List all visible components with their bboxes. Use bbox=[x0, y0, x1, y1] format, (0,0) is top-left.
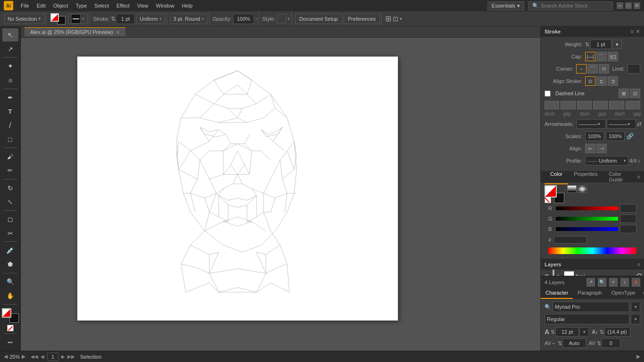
menu-window[interactable]: Window bbox=[153, 2, 177, 9]
r-slider[interactable] bbox=[556, 206, 618, 210]
align-center-button[interactable]: ⊡ bbox=[585, 76, 595, 86]
stroke-panel-expand[interactable]: ≡ bbox=[630, 28, 634, 35]
color-tab-properties[interactable]: Properties bbox=[568, 169, 603, 184]
hand-tool[interactable]: ✋ bbox=[2, 289, 18, 302]
layer-vis-final[interactable]: 👁 bbox=[543, 272, 551, 276]
opacity-input[interactable]: 100% bbox=[233, 14, 254, 24]
gap-field-2[interactable] bbox=[593, 101, 608, 109]
align-outside-button[interactable]: ⊐ bbox=[608, 76, 618, 86]
leading-input[interactable]: (14,4 pt) bbox=[604, 327, 630, 337]
tool-fill-swatch[interactable] bbox=[2, 308, 11, 318]
close-button[interactable]: ✕ bbox=[634, 2, 640, 9]
document-setup-button[interactable]: Document Setup bbox=[295, 14, 342, 24]
style-preview[interactable] bbox=[277, 14, 286, 24]
search-stock-input[interactable]: 🔍 Search Adobe Stock bbox=[528, 1, 613, 10]
color-panel-header[interactable]: Color Properties Color Guide ≡ bbox=[541, 171, 644, 182]
menu-effect[interactable]: Effect bbox=[114, 2, 132, 9]
b-slider[interactable] bbox=[556, 227, 618, 231]
tracking-stepper[interactable]: ⇅ bbox=[558, 340, 562, 346]
more-options-icon[interactable]: ⊡ bbox=[393, 15, 398, 23]
menu-object[interactable]: Object bbox=[50, 2, 71, 9]
maximize-button[interactable]: □ bbox=[625, 2, 632, 9]
color-panel-menu-icon[interactable]: ≡ bbox=[637, 174, 640, 180]
stroke-panel-header[interactable]: Stroke ≡ ✕ bbox=[541, 26, 644, 37]
minimize-button[interactable]: — bbox=[617, 2, 623, 9]
char-tab-paragraph[interactable]: Paragraph bbox=[573, 288, 606, 299]
font-size-stepper[interactable]: ⇅ bbox=[551, 329, 555, 335]
direct-selection-tool[interactable]: ↗ bbox=[2, 42, 18, 56]
paintbrush-tool[interactable]: 🖌 bbox=[2, 150, 18, 163]
none-color-box[interactable] bbox=[545, 197, 551, 203]
lasso-tool[interactable]: ⌾ bbox=[2, 74, 18, 87]
menu-edit[interactable]: Edit bbox=[34, 2, 49, 9]
page-number-input[interactable]: 1 bbox=[47, 353, 58, 361]
linear-gradient-icon[interactable] bbox=[567, 185, 577, 193]
dash-field-2[interactable] bbox=[577, 101, 592, 109]
color-spectrum[interactable] bbox=[548, 247, 636, 254]
prev-page-button[interactable]: ◀ bbox=[39, 354, 46, 360]
stroke-weight-dropdown[interactable]: ▾ bbox=[612, 40, 622, 49]
status-right-arrow[interactable]: ▶ bbox=[636, 354, 640, 360]
layers-find-button[interactable]: 🔍 bbox=[598, 278, 606, 287]
align-inside-button[interactable]: ⊏ bbox=[596, 76, 607, 86]
eraser-tool[interactable]: ◻ bbox=[2, 213, 18, 226]
scissors-tool[interactable]: ✂ bbox=[2, 227, 18, 240]
scales-link-icon[interactable]: 🔗 bbox=[627, 133, 634, 140]
brush-size-dropdown[interactable]: 3 pt. Round ▾ bbox=[170, 14, 207, 24]
style-arrow[interactable]: ▾ bbox=[288, 16, 290, 21]
layers-move-button[interactable]: ↕ bbox=[620, 278, 629, 287]
menu-select[interactable]: Select bbox=[91, 2, 112, 9]
font-dropdown-button[interactable]: ▾ bbox=[631, 302, 640, 312]
zoom-tool[interactable]: 🔍 bbox=[2, 275, 18, 288]
stroke-weight-value[interactable]: 1 pt bbox=[590, 40, 611, 49]
gap-field-3[interactable] bbox=[626, 101, 640, 109]
first-page-button[interactable]: ◀◀ bbox=[31, 354, 38, 360]
more-tools-button[interactable]: ••• bbox=[2, 336, 18, 349]
shape-tool[interactable]: □ bbox=[2, 133, 18, 146]
workspace-selector[interactable]: Essentials ▾ bbox=[487, 1, 524, 10]
font-name-input[interactable]: Myriad Pro bbox=[553, 302, 629, 312]
color-tab-guide[interactable]: Color Guide bbox=[603, 169, 634, 184]
g-value[interactable] bbox=[620, 214, 636, 223]
dash-field-3[interactable] bbox=[609, 101, 624, 109]
selection-dropdown[interactable]: No Selection ▾ bbox=[4, 14, 44, 24]
r-value[interactable] bbox=[620, 204, 636, 213]
layers-delete-button[interactable]: 🗑 bbox=[632, 278, 640, 287]
fill-color-swatch[interactable] bbox=[50, 13, 59, 22]
scale-tool[interactable]: ⤡ bbox=[2, 195, 18, 208]
rotate-tool[interactable]: ↻ bbox=[2, 181, 18, 195]
butt-cap-button[interactable]: |—| bbox=[585, 52, 595, 61]
font-style-dropdown-button[interactable]: ▾ bbox=[631, 314, 640, 324]
zoom-display[interactable]: 25% bbox=[9, 354, 20, 360]
char-tab-opentype[interactable]: OpenType bbox=[607, 288, 640, 299]
kerning-stepper[interactable]: ⇅ bbox=[597, 340, 601, 346]
layers-panel-menu-icon[interactable]: ≡ bbox=[637, 262, 640, 267]
tab-close-button[interactable]: ✕ bbox=[116, 30, 120, 35]
bevel-join-button[interactable]: ⊓ bbox=[599, 64, 609, 74]
round-join-button[interactable]: ⌒ bbox=[587, 64, 598, 74]
menu-help[interactable]: Help bbox=[179, 2, 196, 9]
layers-panel-header[interactable]: Layers ≡ bbox=[541, 259, 644, 270]
stroke-limit-input[interactable] bbox=[627, 64, 640, 74]
tool-color-swatches[interactable] bbox=[2, 308, 19, 323]
char-tab-character[interactable]: Character bbox=[541, 288, 573, 299]
tracking-input[interactable]: Auto bbox=[562, 338, 586, 348]
preferences-button[interactable]: Preferences bbox=[344, 14, 380, 24]
document-tab[interactable]: Alex.ai @ 25% (RGB/GPU Preview) ✕ bbox=[25, 27, 125, 36]
zoom-left-arrow[interactable]: ◀ bbox=[4, 354, 8, 360]
stroke-type-dropdown[interactable]: ▾ bbox=[68, 14, 88, 24]
layers-make-sublayer-button[interactable]: ↗ bbox=[586, 278, 595, 287]
profile-flip-icon[interactable]: ↕ bbox=[638, 158, 641, 164]
dash-field-1[interactable] bbox=[545, 101, 559, 109]
dashed-line-checkbox[interactable] bbox=[545, 90, 551, 97]
next-page-button[interactable]: ▶ bbox=[60, 354, 66, 360]
selection-tool[interactable]: ↖ bbox=[2, 28, 18, 41]
align2-btn-2[interactable]: ⊣ bbox=[596, 144, 607, 153]
menu-type[interactable]: Type bbox=[73, 2, 90, 9]
projecting-cap-button[interactable]: |⊏| bbox=[608, 52, 618, 61]
pen-tool[interactable]: ✒ bbox=[2, 91, 18, 104]
layers-add-button[interactable]: + bbox=[609, 278, 618, 287]
none-swatch[interactable] bbox=[7, 325, 14, 331]
g-slider[interactable] bbox=[556, 217, 618, 221]
arrowhead-start-select[interactable]: ———— ▾ bbox=[577, 119, 606, 129]
